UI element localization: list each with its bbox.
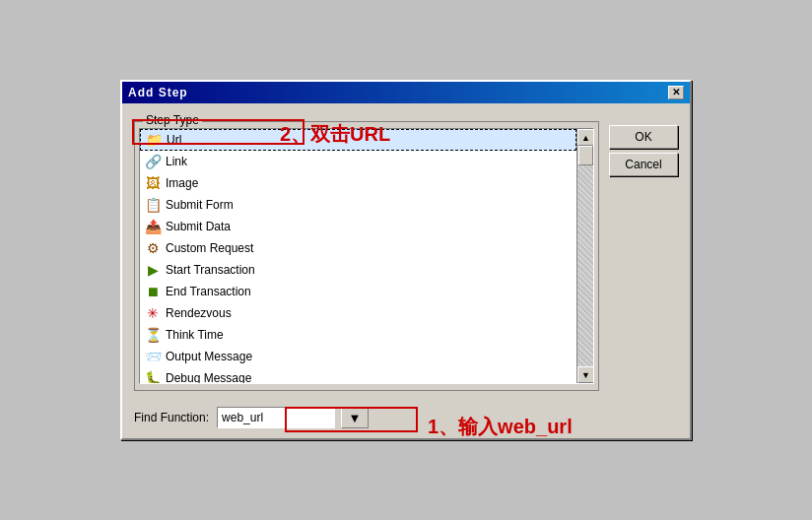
- add-step-dialog: Add Step ✕ Step Type 📁Url🔗Link🖼Image📋Sub…: [120, 80, 692, 440]
- list-item-image[interactable]: 🖼Image: [140, 172, 576, 194]
- bottom-section: Find Function: ▼: [122, 401, 690, 438]
- list-item-url[interactable]: 📁Url: [140, 129, 576, 151]
- link-label: Link: [166, 155, 187, 168]
- image-icon: 🖼: [144, 174, 162, 192]
- title-bar: Add Step ✕: [122, 82, 690, 103]
- find-dropdown-button[interactable]: ▼: [341, 407, 369, 428]
- list-item-submit-data[interactable]: 📤Submit Data: [140, 216, 576, 237]
- scroll-thumb[interactable]: [578, 146, 593, 165]
- dialog-body: Step Type 📁Url🔗Link🖼Image📋Submit Form📤Su…: [122, 103, 690, 401]
- think-time-label: Think Time: [166, 328, 224, 342]
- output-message-label: Output Message: [166, 350, 252, 363]
- url-icon: 📁: [145, 131, 163, 149]
- custom-request-icon: ⚙: [144, 239, 162, 257]
- list-item-output-message[interactable]: 📨Output Message: [140, 346, 576, 367]
- start-transaction-icon: ▶: [144, 261, 162, 279]
- ok-button[interactable]: OK: [609, 125, 678, 149]
- end-transaction-label: End Transaction: [166, 285, 251, 298]
- image-label: Image: [166, 176, 198, 190]
- debug-message-icon: 🐛: [144, 369, 162, 383]
- list-item-link[interactable]: 🔗Link: [140, 151, 576, 172]
- right-section: OK Cancel: [609, 113, 678, 391]
- scroll-up-button[interactable]: ▲: [577, 129, 594, 146]
- list-item-submit-form[interactable]: 📋Submit Form: [140, 194, 576, 216]
- left-section: Step Type 📁Url🔗Link🖼Image📋Submit Form📤Su…: [134, 113, 599, 391]
- list-item-think-time[interactable]: ⏳Think Time: [140, 324, 576, 346]
- step-type-list[interactable]: 📁Url🔗Link🖼Image📋Submit Form📤Submit Data⚙…: [140, 129, 576, 383]
- list-item-debug-message[interactable]: 🐛Debug Message: [140, 367, 576, 383]
- scroll-track[interactable]: [577, 146, 593, 366]
- step-type-label: Step Type: [143, 113, 202, 127]
- submit-form-icon: 📋: [144, 196, 162, 214]
- cancel-button[interactable]: Cancel: [609, 153, 678, 176]
- start-transaction-label: Start Transaction: [166, 263, 255, 277]
- close-button[interactable]: ✕: [668, 86, 684, 99]
- list-item-start-transaction[interactable]: ▶Start Transaction: [140, 259, 576, 281]
- list-item-end-transaction[interactable]: ⏹End Transaction: [140, 281, 576, 302]
- find-function-input[interactable]: [217, 407, 335, 428]
- find-function-label: Find Function:: [134, 411, 209, 424]
- step-type-list-container: 📁Url🔗Link🖼Image📋Submit Form📤Submit Data⚙…: [139, 128, 594, 384]
- url-label: Url: [167, 133, 181, 147]
- scroll-down-button[interactable]: ▼: [577, 366, 594, 383]
- think-time-icon: ⏳: [144, 326, 162, 344]
- list-item-custom-request[interactable]: ⚙Custom Request: [140, 237, 576, 259]
- submit-data-icon: 📤: [144, 218, 162, 235]
- debug-message-label: Debug Message: [166, 371, 251, 383]
- end-transaction-icon: ⏹: [144, 283, 162, 300]
- list-item-rendezvous[interactable]: ✳Rendezvous: [140, 302, 576, 324]
- scrollbar[interactable]: ▲ ▼: [576, 129, 593, 383]
- output-message-icon: 📨: [144, 348, 162, 365]
- step-type-group: Step Type 📁Url🔗Link🖼Image📋Submit Form📤Su…: [134, 121, 599, 391]
- rendezvous-label: Rendezvous: [166, 306, 232, 320]
- rendezvous-icon: ✳: [144, 304, 162, 322]
- dialog-title: Add Step: [128, 86, 188, 99]
- submit-form-label: Submit Form: [166, 198, 234, 212]
- submit-data-label: Submit Data: [166, 220, 231, 233]
- custom-request-label: Custom Request: [166, 241, 253, 255]
- link-icon: 🔗: [144, 153, 162, 170]
